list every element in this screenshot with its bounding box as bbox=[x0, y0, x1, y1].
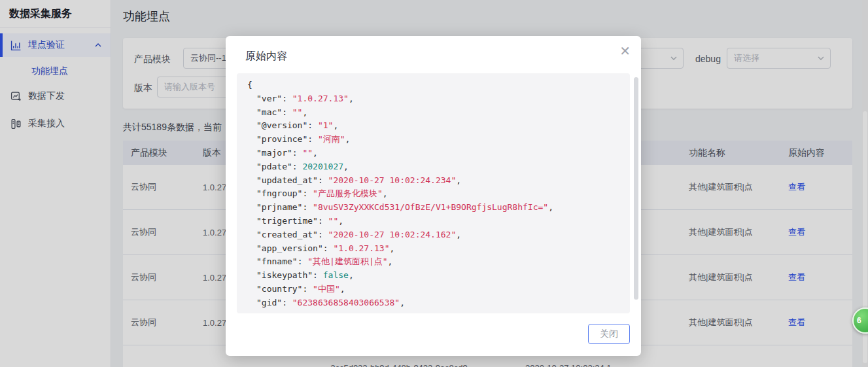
code-line: "country": "中国", bbox=[247, 283, 619, 296]
dialog-raw-content: 原始内容 ✕ {"ver": "1.0.27.13","mac": "","@v… bbox=[226, 36, 641, 356]
code-line: "updated_at": "2020-10-27 10:02:24.234", bbox=[247, 174, 619, 188]
code-line: "ver": "1.0.27.13", bbox=[247, 92, 619, 106]
close-icon[interactable]: ✕ bbox=[619, 44, 631, 58]
code-line: "province": "河南", bbox=[247, 133, 619, 147]
code-line: "fnname": "其他|建筑面积|点", bbox=[247, 255, 619, 269]
code-line: "gid": "6238636858403066538", bbox=[247, 296, 619, 310]
raw-json-code-block: {"ver": "1.0.27.13","mac": "","@version"… bbox=[237, 73, 630, 313]
code-line: "trigertime": "", bbox=[247, 215, 619, 228]
close-button[interactable]: 关闭 bbox=[588, 324, 630, 344]
code-line: "@version": "1", bbox=[247, 119, 619, 133]
code-line: "iskeypath": false, bbox=[247, 269, 619, 283]
code-line: { bbox=[247, 79, 619, 92]
code-line: "mac": "", bbox=[247, 106, 619, 120]
dialog-title: 原始内容 bbox=[245, 50, 287, 63]
code-line: "major": "", bbox=[247, 147, 619, 160]
code-line: "pdate": 20201027, bbox=[247, 160, 619, 174]
code-line: "fngroup": "产品服务化模块", bbox=[247, 187, 619, 201]
app-root: 数据采集服务 埋点验证 功能埋点 数据下发 采集接入 功能埋点 bbox=[0, 0, 868, 367]
code-line: "prjname": "8vuSV3ZyXXKCd531/OfBzE/V1+B9… bbox=[247, 201, 619, 215]
code-line: "created_at": "2020-10-27 10:02:24.162", bbox=[247, 228, 619, 242]
code-line: "app_version": "1.0.27.13", bbox=[247, 242, 619, 256]
code-scrollbar-thumb[interactable] bbox=[634, 77, 638, 300]
